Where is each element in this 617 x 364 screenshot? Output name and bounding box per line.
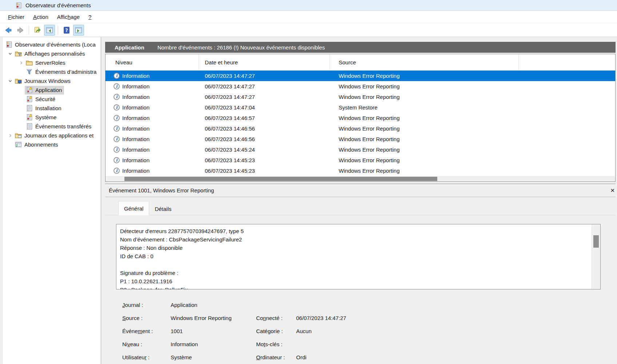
- event-viewer-icon: [5, 41, 12, 48]
- sidebar-item-journaux-windows[interactable]: Journaux Windows: [3, 76, 101, 85]
- column-header-date[interactable]: Date et heure: [199, 54, 330, 70]
- chevron-closed-icon[interactable]: [7, 133, 14, 138]
- sidebar-item-systeme[interactable]: Système: [3, 113, 101, 122]
- information-icon: i: [114, 147, 120, 153]
- description-scrollbar-thumb[interactable]: [593, 235, 599, 248]
- event-datetime: 06/07/2023 14:47:27: [199, 71, 330, 81]
- sidebar-item-label: ServerRoles: [35, 60, 65, 66]
- field-value-niveau: Information: [171, 341, 256, 347]
- sidebar-item-journaux-applications[interactable]: Journaux des applications et: [3, 131, 101, 140]
- back-icon: [4, 26, 12, 34]
- tab-details[interactable]: Détails: [149, 203, 177, 215]
- toggle-action-pane-button[interactable]: [73, 25, 84, 36]
- event-datetime: 06/07/2023 14:46:56: [199, 134, 330, 144]
- column-header-source[interactable]: Source: [330, 54, 519, 70]
- sidebar-item-label: Sécurité: [35, 96, 55, 102]
- sidebar-item-label: Événements d’administra: [35, 69, 96, 75]
- event-description: Détecteur d'erreurs 2287757070394247697,…: [116, 224, 591, 289]
- event-row-8[interactable]: iInformation06/07/2023 14:45:24Windows E…: [106, 144, 615, 155]
- log-alert-icon: [25, 87, 33, 94]
- event-row-7[interactable]: iInformation06/07/2023 14:46:56Windows E…: [106, 134, 615, 144]
- information-icon: i: [114, 115, 120, 121]
- chevron-open-icon[interactable]: [7, 79, 14, 83]
- sidebar-item-evenements-administratifs[interactable]: Événements d’administra: [3, 67, 101, 76]
- sidebar-item-label: Application: [35, 87, 62, 93]
- field-label-source: Source :: [122, 315, 171, 321]
- toolbar: ?: [0, 23, 617, 37]
- back-button[interactable]: [3, 25, 14, 36]
- content-pane: Application Nombre d’événements : 26186 …: [101, 37, 617, 364]
- sidebar-item-label: Observateur d’événements (Loca: [15, 41, 96, 48]
- event-level: iInformation: [106, 155, 199, 165]
- console-tree-icon: [45, 26, 53, 34]
- event-row-4[interactable]: iInformation06/07/2023 14:47:04System Re…: [106, 102, 615, 113]
- menu-affichage[interactable]: Affichage: [53, 11, 84, 23]
- event-level: iInformation: [106, 92, 199, 102]
- subscriptions-icon: [15, 141, 22, 148]
- export-button[interactable]: [32, 25, 43, 36]
- tab-general[interactable]: Général: [118, 201, 149, 215]
- menu-fichier[interactable]: Fichier: [4, 11, 29, 23]
- column-header-niveau[interactable]: Niveau: [106, 54, 199, 70]
- app-icon: [15, 2, 22, 9]
- event-row-10[interactable]: iInformation06/07/2023 14:45:23Windows E…: [106, 165, 615, 176]
- sidebar-item-label: Journaux Windows: [24, 78, 71, 84]
- field-value-journal: Application: [171, 302, 256, 308]
- event-datetime: 06/07/2023 14:47:04: [199, 102, 330, 113]
- field-label-mots-cles: Mots-clés :: [256, 341, 296, 347]
- field-value-categorie: Aucun: [296, 328, 616, 334]
- event-level: iInformation: [106, 113, 199, 123]
- field-value-utilisateur: Système: [171, 354, 256, 360]
- field-label-utilisateur: Utilisateur :: [122, 354, 171, 360]
- log-alert-icon: [25, 114, 33, 121]
- field-label-connecte: Connecté :: [256, 315, 296, 321]
- sidebar-item-root[interactable]: Observateur d’événements (Loca: [3, 40, 101, 49]
- information-icon: i: [114, 168, 120, 174]
- forward-button[interactable]: [15, 25, 26, 36]
- list-subtitle: Nombre d’événements : 26186 (!) Nouveaux…: [158, 44, 325, 51]
- event-row-3[interactable]: iInformation06/07/2023 14:47:27Windows E…: [106, 92, 615, 102]
- column-header-empty: [519, 54, 615, 70]
- event-row-5[interactable]: iInformation06/07/2023 14:46:57Windows E…: [106, 113, 615, 123]
- sidebar-item-label: Installation: [35, 105, 61, 111]
- event-row-2[interactable]: iInformation06/07/2023 14:47:27Windows E…: [106, 81, 615, 92]
- help-button[interactable]: ?: [61, 25, 72, 36]
- close-icon[interactable]: ✕: [610, 187, 615, 194]
- sidebar-item-serverroles[interactable]: ServerRoles: [3, 58, 101, 67]
- event-source: Windows Error Reporting: [330, 92, 519, 102]
- event-row-1[interactable]: iInformation06/07/2023 14:47:27Windows E…: [106, 71, 615, 81]
- log-alert-icon: [25, 96, 33, 103]
- chevron-open-icon[interactable]: [7, 52, 14, 56]
- menu-action[interactable]: Action: [29, 11, 53, 23]
- field-label-categorie: Catégorie :: [256, 328, 296, 334]
- description-scrollbar[interactable]: [592, 224, 600, 289]
- field-label-niveau: Niveau :: [122, 341, 171, 347]
- sidebar-item-label: Abonnements: [24, 141, 58, 148]
- event-datetime: 06/07/2023 14:45:24: [199, 144, 330, 155]
- event-row-9[interactable]: iInformation06/07/2023 14:45:23Windows E…: [106, 155, 615, 165]
- chevron-closed-icon[interactable]: [17, 61, 25, 65]
- event-level: iInformation: [106, 81, 199, 92]
- sidebar-item-installation[interactable]: Installation: [3, 104, 101, 113]
- event-description-box: Détecteur d'erreurs 2287757070394247697,…: [116, 224, 601, 289]
- toolbar-separator: [29, 26, 29, 35]
- title-bar: Observateur d'événements: [0, 0, 617, 11]
- toggle-console-tree-button[interactable]: [44, 25, 55, 36]
- information-icon: i: [114, 73, 120, 79]
- event-datetime: 06/07/2023 14:47:27: [199, 92, 330, 102]
- sidebar-item-affichages-personnalises[interactable]: Affichages personnalisés: [3, 49, 101, 58]
- help-icon: ?: [63, 26, 71, 34]
- horizontal-scrollbar[interactable]: [106, 176, 615, 182]
- sidebar-item-abonnements[interactable]: Abonnements: [3, 140, 101, 149]
- event-row-6[interactable]: iInformation06/07/2023 14:46:56Windows E…: [106, 123, 615, 134]
- horizontal-scrollbar-thumb[interactable]: [124, 177, 437, 181]
- sidebar-item-application[interactable]: Application: [3, 85, 101, 95]
- console-tree: Observateur d’événements (LocaAffichages…: [3, 37, 101, 364]
- event-source: Windows Error Reporting: [330, 144, 519, 155]
- menu-aide[interactable]: ?: [84, 11, 96, 23]
- event-source: Windows Error Reporting: [330, 155, 519, 165]
- sidebar-item-securite[interactable]: Sécurité: [3, 95, 101, 104]
- sidebar-item-evenements-transferes[interactable]: Événements transférés: [3, 122, 101, 131]
- toolbar-separator: [58, 26, 58, 35]
- event-source: Windows Error Reporting: [330, 165, 519, 176]
